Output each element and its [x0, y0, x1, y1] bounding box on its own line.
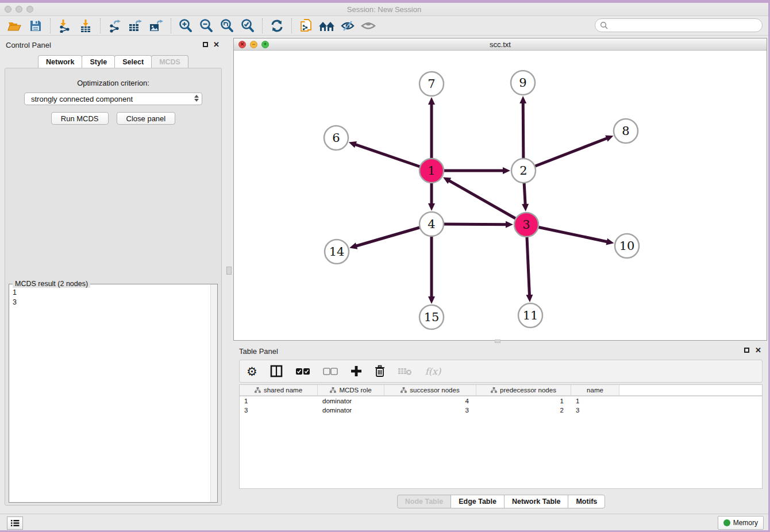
hide-annotations-button[interactable] — [337, 17, 358, 34]
table-panel: Table Panel ✕ ⚙ — [233, 344, 768, 514]
import-table-button[interactable] — [75, 17, 96, 34]
save-session-button[interactable] — [25, 17, 46, 34]
column-header-mcds-role[interactable]: MCDS role — [318, 385, 384, 395]
node-label: 15 — [424, 310, 440, 324]
cell-shared-name[interactable]: 1 — [240, 396, 318, 406]
network-canvas[interactable]: 1234678910111415 — [234, 51, 767, 340]
horizontal-split-handle[interactable] — [495, 340, 500, 343]
edge-arrowhead — [349, 141, 357, 148]
tab-node-table[interactable]: Node Table — [397, 495, 451, 508]
close-window-icon[interactable] — [5, 6, 11, 13]
function-builder-button[interactable]: f(x) — [425, 366, 441, 377]
traffic-lights[interactable] — [5, 6, 33, 13]
open-session-button[interactable] — [5, 17, 25, 34]
column-header-successor-nodes[interactable]: successor nodes — [384, 385, 476, 395]
float-panel-icon[interactable] — [203, 42, 208, 47]
apply-layout-button[interactable] — [267, 17, 287, 34]
refresh-icon — [270, 19, 284, 33]
table-toolbar: ⚙ — [239, 360, 763, 383]
node-label: 4 — [428, 217, 435, 231]
home-button[interactable] — [317, 17, 337, 34]
network-annotations-button[interactable] — [296, 17, 317, 34]
close-panel-button[interactable]: Close panel — [117, 112, 176, 125]
tab-mcds[interactable]: MCDS — [151, 55, 188, 68]
mcds-result-value: 1 — [13, 288, 210, 298]
cell-successor-nodes[interactable]: 4 — [384, 396, 476, 406]
search-input[interactable] — [609, 21, 752, 29]
column-header-name[interactable]: name — [571, 385, 619, 395]
delete-table-button[interactable] — [398, 367, 413, 376]
table-panel-header: Table Panel ✕ — [233, 344, 768, 358]
run-mcds-button[interactable]: Run MCDS — [51, 112, 109, 125]
search-field[interactable] — [595, 18, 763, 32]
vertical-split-handle[interactable] — [226, 267, 232, 275]
edge-arrowhead — [526, 295, 533, 302]
criterion-select[interactable]: strongly connected component — [24, 92, 202, 105]
tab-motifs[interactable]: Motifs — [568, 495, 605, 508]
frame-maximize-icon[interactable]: + — [261, 41, 269, 48]
close-panel-icon[interactable]: ✕ — [755, 346, 761, 354]
table-settings-button[interactable]: ⚙ — [247, 365, 257, 377]
titlebar: Session: New Session — [0, 3, 768, 16]
cell-predecessor-nodes[interactable]: 1 — [476, 396, 571, 406]
column-header-predecessor-nodes[interactable]: predecessor nodes — [476, 385, 571, 395]
frame-close-icon[interactable]: ✕ — [238, 41, 246, 48]
control-panel-header: Control Panel ✕ — [0, 36, 226, 53]
edge-arrowhead — [428, 203, 435, 211]
tab-edge-table[interactable]: Edge Table — [451, 495, 505, 508]
export-network-button[interactable] — [105, 17, 125, 34]
select-all-button[interactable] — [295, 368, 310, 375]
add-column-button[interactable] — [351, 365, 362, 377]
node-label: 7 — [428, 77, 435, 91]
export-image-button[interactable] — [146, 17, 167, 34]
export-table-button[interactable] — [125, 17, 146, 34]
cell-shared-name[interactable]: 3 — [240, 406, 318, 415]
zoom-out-button[interactable] — [196, 17, 217, 34]
edge-arrowhead — [522, 204, 529, 211]
toolbar-separator — [50, 18, 51, 33]
node-label: 10 — [619, 239, 635, 253]
column-header-shared-name[interactable]: shared name — [240, 385, 318, 395]
tab-network[interactable]: Network — [38, 55, 82, 68]
zoom-in-button[interactable] — [175, 17, 196, 34]
cell-mcds-role[interactable]: dominator — [318, 406, 384, 415]
task-history-button[interactable] — [7, 516, 23, 530]
graph-edge[interactable] — [523, 138, 607, 171]
frame-minimize-icon[interactable]: − — [250, 41, 257, 48]
import-network-button[interactable] — [55, 17, 75, 34]
cell-name[interactable]: 3 — [571, 406, 619, 415]
close-panel-icon[interactable]: ✕ — [213, 40, 220, 49]
table-row[interactable]: 1 dominator 4 1 1 — [240, 396, 762, 406]
cell-predecessor-nodes[interactable]: 2 — [476, 406, 571, 415]
result-scrollbar[interactable] — [210, 284, 217, 502]
zoom-selected-button[interactable] — [237, 17, 258, 34]
trash-icon[interactable] — [375, 365, 385, 377]
tab-style[interactable]: Style — [82, 55, 115, 68]
node-label: 3 — [522, 218, 530, 232]
import-network-icon — [58, 19, 72, 33]
eye-icon — [360, 20, 376, 32]
select-stepper-icon — [194, 95, 199, 102]
frame-controls: ✕ − + — [238, 41, 269, 48]
deselect-all-button[interactable] — [323, 368, 338, 375]
show-annotations-button[interactable] — [358, 17, 379, 34]
float-panel-icon[interactable] — [744, 348, 749, 353]
minimize-window-icon[interactable] — [16, 6, 22, 13]
tab-network-table[interactable]: Network Table — [504, 495, 569, 508]
optimization-criterion-label: Optimization criterion: — [5, 79, 221, 87]
network-graph[interactable]: 1234678910111415 — [234, 51, 767, 340]
cell-name[interactable]: 1 — [571, 396, 619, 406]
node-table[interactable]: shared name MCDS role successor nodes pr… — [239, 384, 763, 489]
toggle-columns-button[interactable] — [270, 365, 283, 377]
table-row[interactable]: 3 dominator 3 2 3 — [240, 406, 762, 415]
network-window-titlebar[interactable]: ✕ − + scc.txt — [234, 38, 767, 51]
cell-successor-nodes[interactable]: 3 — [384, 406, 476, 415]
node-label: 14 — [329, 245, 345, 259]
zoom-fit-button[interactable] — [217, 17, 237, 34]
mcds-result-box: MCDS result (2 nodes) 1 3 — [9, 284, 218, 503]
memory-button[interactable]: Memory — [718, 516, 764, 530]
cell-mcds-role[interactable]: dominator — [318, 396, 384, 406]
graph-edge[interactable] — [449, 180, 526, 225]
tab-select[interactable]: Select — [114, 55, 152, 68]
zoom-window-icon[interactable] — [26, 6, 33, 13]
